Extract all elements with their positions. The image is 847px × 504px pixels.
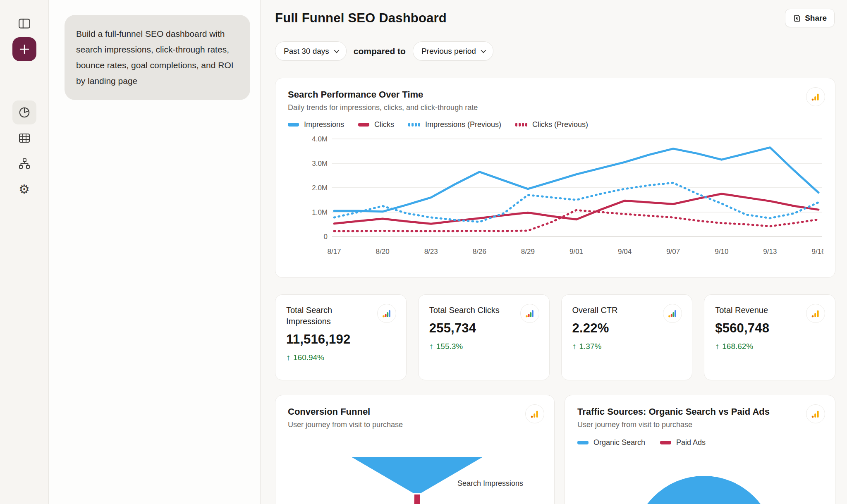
card-badge [806, 404, 825, 423]
stat-title: Overall CTR [572, 305, 655, 316]
card-badge [806, 304, 825, 323]
funnel-stage-search-clicks[interactable] [412, 494, 420, 504]
stat-change-value: 168.62% [722, 342, 753, 351]
sidebar-item-table[interactable] [12, 126, 36, 150]
arrow-up-icon: ↑ [286, 353, 290, 362]
funnel-chart[interactable]: Search Impressions Search Clicks [275, 449, 555, 504]
compare-period-dropdown[interactable]: Previous period [413, 41, 493, 61]
traffic-sources-card: Traffic Sources: Organic Search vs Paid … [565, 395, 835, 504]
legend-swatch-dotted-blue [408, 123, 420, 127]
sidebar-item-charts[interactable] [12, 100, 36, 124]
mini-bar-chart-multicolor-icon [525, 309, 534, 318]
legend-swatch-solid-blue [288, 123, 299, 127]
user-prompt-bubble: Build a full-funnel SEO dashboard with s… [65, 15, 250, 100]
legend-label: Clicks [374, 120, 394, 129]
chart-title: Traffic Sources: Organic Search vs Paid … [577, 406, 823, 417]
sidebar-item-settings[interactable]: ⚙ [12, 177, 36, 201]
card-badge [806, 87, 825, 106]
conversion-funnel-card: Conversion Funnel User journey from visi… [275, 395, 555, 504]
pie-chart-icon [18, 106, 31, 119]
stat-title: Total Revenue [715, 305, 798, 316]
date-range-value: Past 30 days [284, 47, 329, 56]
funnel-stage-label: Search Impressions [457, 479, 523, 488]
svg-text:3.0M: 3.0M [312, 160, 328, 167]
legend-item-impressions[interactable]: Impressions [288, 120, 344, 129]
svg-text:9/01: 9/01 [569, 248, 583, 256]
hierarchy-icon [18, 158, 31, 170]
legend-label: Impressions [304, 120, 344, 129]
svg-text:4.0M: 4.0M [312, 135, 328, 143]
legend-item-paid-ads[interactable]: Paid Ads [660, 438, 706, 447]
legend-swatch-solid-blue [577, 441, 589, 444]
svg-text:9/04: 9/04 [618, 248, 632, 256]
svg-text:8/23: 8/23 [424, 248, 438, 256]
stat-title: Total Search Impressions [286, 305, 369, 327]
stat-value: 11,516,192 [286, 332, 395, 347]
svg-text:0: 0 [324, 233, 328, 241]
gear-icon: ⚙ [19, 183, 30, 196]
legend-item-clicks[interactable]: Clicks [358, 120, 394, 129]
card-badge [520, 304, 539, 323]
stat-value: $560,748 [715, 321, 824, 336]
legend-swatch-solid-crimson [660, 441, 671, 444]
stat-change: ↑ 155.3% [429, 342, 538, 351]
stat-change-value: 1.37% [579, 342, 602, 351]
stat-value: 2.22% [572, 321, 682, 336]
legend-item-organic-search[interactable]: Organic Search [577, 438, 645, 447]
svg-text:8/26: 8/26 [473, 248, 486, 256]
mini-bar-chart-orange-icon [811, 309, 820, 318]
dashboard-main: Full Funnel SEO Dashboard Share Past 30 … [261, 0, 847, 504]
chart-subtitle: User journey from visit to purchase [288, 420, 542, 429]
search-performance-card: Search Performance Over Time Daily trend… [275, 78, 835, 278]
svg-text:1.0M: 1.0M [312, 208, 328, 216]
legend-swatch-dotted-crimson [515, 123, 527, 127]
compared-to-label: compared to [354, 46, 406, 56]
compare-period-value: Previous period [421, 47, 476, 56]
stat-change: ↑ 1.37% [572, 342, 682, 351]
card-badge [525, 404, 544, 423]
mini-bar-chart-orange-icon [811, 92, 820, 101]
filter-bar: Past 30 days compared to Previous period [275, 41, 493, 61]
legend-label: Impressions (Previous) [425, 120, 501, 129]
legend-item-impressions-previous[interactable]: Impressions (Previous) [408, 120, 501, 129]
chart-title: Conversion Funnel [288, 406, 542, 417]
card-badge [377, 304, 396, 323]
pie-legend: Organic Search Paid Ads [577, 438, 823, 447]
share-button-label: Share [805, 14, 827, 23]
mini-bar-chart-multicolor-icon [382, 309, 391, 318]
share-button[interactable]: Share [785, 9, 835, 27]
chevron-down-icon [481, 48, 486, 53]
legend-item-clicks-previous[interactable]: Clicks (Previous) [515, 120, 588, 129]
svg-text:2.0M: 2.0M [312, 184, 328, 192]
table-icon [18, 132, 31, 144]
date-range-dropdown[interactable]: Past 30 days [275, 41, 347, 61]
svg-text:9/13: 9/13 [763, 248, 777, 256]
arrow-up-icon: ↑ [715, 342, 719, 351]
panel-toggle-icon [18, 17, 31, 30]
performance-line-chart[interactable]: 01.0M2.0M3.0M4.0M8/178/208/238/268/299/0… [288, 135, 823, 261]
stat-change-value: 155.3% [436, 342, 463, 351]
card-badge [663, 304, 682, 323]
sidebar-toggle-button[interactable] [12, 12, 36, 36]
pie-chart-organic-search[interactable] [633, 476, 775, 504]
svg-text:9/10: 9/10 [715, 248, 728, 256]
stat-change-value: 160.94% [293, 353, 324, 362]
new-item-button[interactable] [12, 37, 36, 61]
sidebar-item-hierarchy[interactable] [12, 152, 36, 176]
chevron-down-icon [334, 48, 339, 53]
stats-row: Total Search Impressions 11,516,192 ↑ 16… [275, 294, 835, 380]
legend-label: Clicks (Previous) [532, 120, 588, 129]
stat-card-total-search-clicks: Total Search Clicks 255,734 ↑ 155.3% [418, 294, 550, 380]
legend-swatch-solid-crimson [358, 123, 369, 127]
arrow-up-icon: ↑ [429, 342, 433, 351]
legend-label: Paid Ads [676, 438, 706, 447]
chart-subtitle: Daily trends for impressions, clicks, an… [288, 103, 823, 112]
svg-text:9/07: 9/07 [666, 248, 680, 256]
svg-text:9/16: 9/16 [811, 248, 823, 256]
chart-subtitle: User journey from visit to purchase [577, 420, 823, 429]
mini-bar-chart-multicolor-icon [668, 309, 677, 318]
arrow-up-icon: ↑ [572, 342, 577, 351]
stat-title: Total Search Clicks [429, 305, 512, 316]
chart-title: Search Performance Over Time [288, 89, 823, 100]
stat-change: ↑ 160.94% [286, 353, 395, 362]
